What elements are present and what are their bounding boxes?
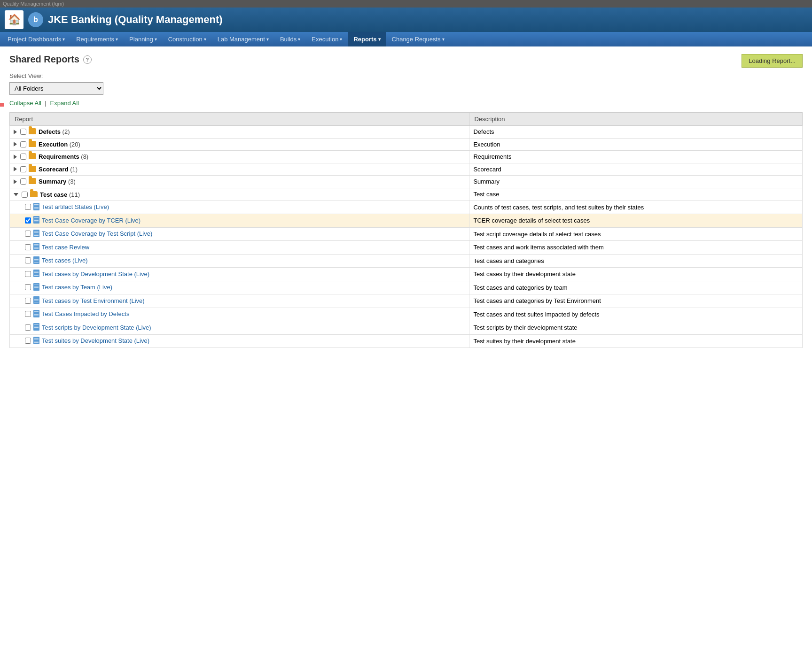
report-link[interactable]: Test suites by Development State (Live) [42,337,149,344]
nav-item-planning[interactable]: Planning▾ [124,32,163,46]
report-cell: Test cases (Live) [10,254,469,268]
document-icon [33,296,39,304]
nav-item-builds[interactable]: Builds▾ [274,32,306,46]
table-row: Test cases by Team (Live)Test cases and … [10,281,803,294]
document-icon [33,310,39,317]
view-select[interactable]: All Folders [9,82,103,95]
sidebar-marker [0,103,4,107]
folder-cell: Test case (11) [10,188,469,201]
report-description: Test scripts by their development state [469,321,803,335]
folder-description: Summary [469,176,803,188]
loading-report-button[interactable]: Loading Report... [742,54,803,68]
report-checkbox[interactable] [25,324,31,331]
chevron-icon: ▾ [116,37,118,42]
report-description: Test script coverage details of select t… [469,227,803,241]
folder-icon [30,191,38,197]
main-content: Loading Report... Shared Reports ? Selec… [0,46,812,469]
report-checkbox[interactable] [25,271,31,277]
folder-description: Requirements [469,151,803,163]
report-description: Test cases and work items associated wit… [469,241,803,255]
folder-checkbox[interactable] [22,192,28,198]
col-header-description: Description [469,113,803,126]
report-cell: Test cases by Development State (Live) [10,268,469,281]
nav-item-construction[interactable]: Construction▾ [163,32,212,46]
chevron-icon: ▾ [298,37,300,42]
report-checkbox[interactable] [25,244,31,250]
expand-icon[interactable] [14,130,17,134]
report-link[interactable]: Test cases (Live) [42,257,88,264]
home-logo[interactable]: 🏠 [5,10,23,29]
report-checkbox[interactable] [25,298,31,304]
table-row: Test case ReviewTest cases and work item… [10,241,803,255]
folder-checkbox[interactable] [20,154,26,160]
report-cell: Test Case Coverage by Test Script (Live) [10,227,469,241]
report-link[interactable]: Test Case Coverage by Test Script (Live) [42,230,152,237]
nav-item-execution[interactable]: Execution▾ [306,32,348,46]
document-icon [33,203,39,210]
report-link[interactable]: Test artifact States (Live) [42,203,109,210]
title-bar-text: Quality Management (/qm) [3,1,64,7]
report-checkbox[interactable] [25,284,31,290]
folder-icon [29,128,36,134]
report-checkbox[interactable] [25,338,31,344]
folder-checkbox[interactable] [20,129,26,135]
report-link[interactable]: Test Cases Impacted by Defects [42,310,129,317]
nav-item-requirements[interactable]: Requirements▾ [70,32,124,46]
document-icon [33,216,39,224]
collapse-all-link[interactable]: Collapse All [9,100,41,107]
nav-item-change-requests[interactable]: Change Requests▾ [386,32,450,46]
report-cell: Test cases by Team (Live) [10,281,469,294]
report-link[interactable]: Test cases by Development State (Live) [42,270,149,278]
table-header-row: Report Description [10,113,803,126]
document-icon [33,243,39,250]
collapse-icon[interactable] [14,193,18,196]
report-link[interactable]: Test scripts by Development State (Live) [42,324,151,331]
report-link[interactable]: Test cases by Test Environment (Live) [42,297,145,304]
folder-name: Summary (3) [39,178,76,185]
expand-all-link[interactable]: Expand All [50,100,79,107]
expand-icon[interactable] [14,167,17,171]
report-link[interactable]: Test Case Coverage by TCER (Live) [42,217,141,224]
chevron-icon: ▾ [204,37,206,42]
expand-icon[interactable] [14,154,17,159]
table-row: Defects (2)Defects [10,126,803,139]
chevron-icon: ▾ [155,37,157,42]
document-icon [33,337,39,344]
nav-item-reports[interactable]: Reports▾ [348,32,386,46]
report-description: TCER coverage details of select test cas… [469,214,803,228]
report-link[interactable]: Test case Review [42,244,89,251]
report-checkbox[interactable] [25,257,31,263]
folder-description: Execution [469,138,803,151]
table-row: Test case (11)Test case [10,188,803,201]
report-checkbox[interactable] [25,217,31,224]
table-row: Test suites by Development State (Live)T… [10,334,803,348]
expand-icon[interactable] [14,142,17,147]
nav-item-lab-management[interactable]: Lab Management▾ [212,32,274,46]
app-icon-letter: b [33,15,38,24]
report-description: Test cases and categories by team [469,281,803,294]
report-link[interactable]: Test cases by Team (Live) [42,284,112,291]
report-description: Counts of test cases, test scripts, and … [469,201,803,214]
nav-item-project-dashboards[interactable]: Project Dashboards▾ [2,32,70,46]
table-row: Test Cases Impacted by DefectsTest cases… [10,308,803,321]
chevron-icon: ▾ [442,37,445,42]
report-checkbox[interactable] [25,204,31,210]
table-row: Test cases by Test Environment (Live)Tes… [10,294,803,308]
app-header: 🏠 b JKE Banking (Quality Management) [0,8,812,32]
folder-checkbox[interactable] [20,178,26,185]
folder-checkbox[interactable] [20,141,26,147]
help-icon[interactable]: ? [83,55,92,64]
expand-icon[interactable] [14,179,17,184]
folder-count: (8) [81,153,88,160]
folder-cell: Scorecard (1) [10,163,469,176]
folder-count: (1) [70,166,78,173]
folder-icon [29,166,36,172]
table-row: Test cases by Development State (Live)Te… [10,268,803,281]
report-checkbox[interactable] [25,231,31,237]
select-view-label: Select View: [9,72,803,79]
report-checkbox[interactable] [25,311,31,317]
folder-checkbox[interactable] [20,166,26,172]
chevron-icon: ▾ [340,37,342,42]
separator: | [45,100,47,107]
app-icon: b [28,12,43,27]
